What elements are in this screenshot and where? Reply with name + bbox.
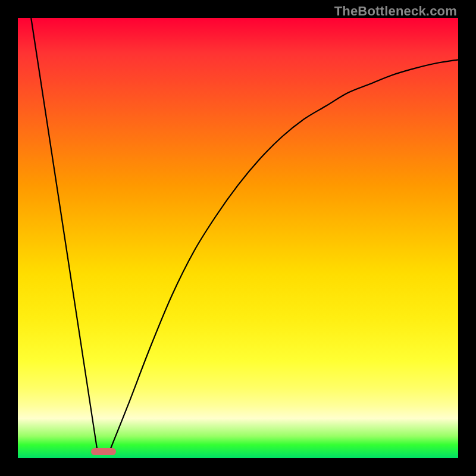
watermark-text: TheBottleneck.com [334, 4, 457, 19]
curve-left-branch [31, 18, 97, 449]
chart-frame: TheBottleneck.com [0, 0, 476, 476]
chart-curves [18, 18, 458, 458]
minimum-marker [91, 448, 116, 455]
curve-right-branch [110, 60, 458, 449]
